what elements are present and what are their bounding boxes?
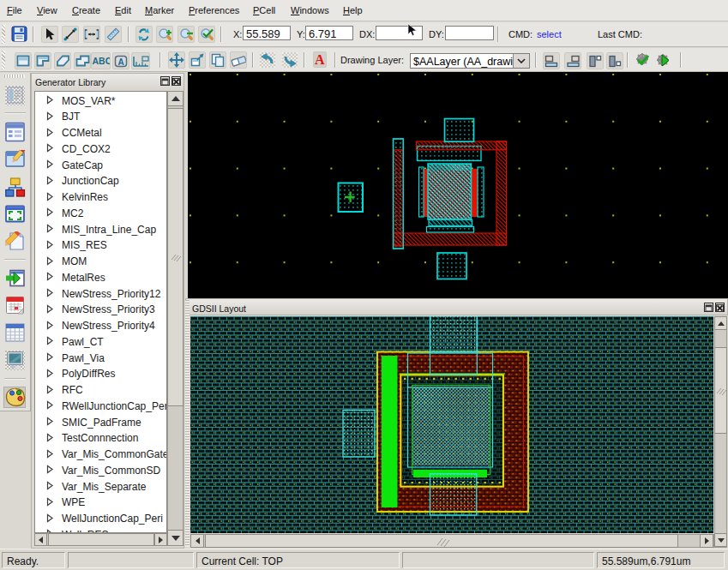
svg-text:A: A [118,57,124,66]
svg-text:A: A [315,52,325,67]
svg-text:ABC: ABC [93,56,111,66]
